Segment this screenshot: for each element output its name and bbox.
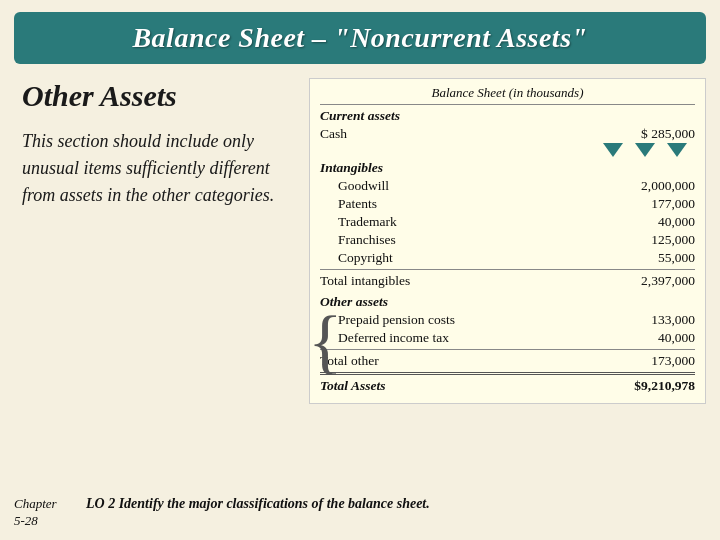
bs-trademark-row: Trademark 40,000 [320,213,695,231]
bs-deferred-row: Deferred income tax 40,000 [320,329,695,347]
arrow-down-2 [635,143,655,157]
bs-goodwill-amount: 2,000,000 [615,178,695,194]
bs-cash-row: Cash $ 285,000 [320,125,695,143]
bs-other-assets-title: Other assets [320,294,695,310]
arrow-down-1 [603,143,623,157]
bs-deferred-amount: 40,000 [615,330,695,346]
bs-franchises-amount: 125,000 [615,232,695,248]
page-title: Balance Sheet – "Noncurrent Assets" [32,22,688,54]
bs-divider-top [320,104,695,105]
left-column: Other Assets This section should include… [14,78,299,404]
bs-trademark-label: Trademark [320,214,615,230]
balance-sheet-table: Balance Sheet (in thousands) Current ass… [309,78,706,404]
bs-total-other-label: Total other [320,353,615,369]
other-assets-heading: Other Assets [22,78,291,114]
bs-divider-intangibles [320,269,695,270]
lo-text: LO 2 Identify the major classifications … [86,496,430,512]
bs-copyright-label: Copyright [320,250,615,266]
arrow-down-3 [667,143,687,157]
bs-trademark-amount: 40,000 [615,214,695,230]
bs-total-assets-amount: $9,210,978 [615,378,695,394]
intangibles-section: Intangibles Goodwill 2,000,000 Patents 1… [320,160,695,290]
bs-total-other-amount: 173,000 [615,353,695,369]
bs-divider-total [320,372,695,375]
bs-intangibles-title: Intangibles [320,160,695,176]
footer: Chapter 5-28 LO 2 Identify the major cla… [14,496,706,530]
other-assets-section: Other assets Prepaid pension costs 133,0… [320,294,695,370]
bs-header: Balance Sheet (in thousands) [320,85,695,101]
bs-total-intangibles-label: Total intangibles [320,273,615,289]
bs-deferred-label: Deferred income tax [320,330,615,346]
bs-patents-label: Patents [320,196,615,212]
bs-goodwill-label: Goodwill [320,178,615,194]
bs-patents-row: Patents 177,000 [320,195,695,213]
bs-pension-label: Prepaid pension costs [320,312,615,328]
right-column: Balance Sheet (in thousands) Current ass… [309,78,706,404]
bs-total-assets-label: Total Assets [320,378,615,394]
chapter-label: Chapter 5-28 [14,496,74,530]
bs-goodwill-row: Goodwill 2,000,000 [320,177,695,195]
bs-cash-label: Cash [320,126,615,142]
bs-divider-other [320,349,695,350]
bs-cash-amount: $ 285,000 [615,126,695,142]
bs-copyright-amount: 55,000 [615,250,695,266]
bs-total-intangibles-row: Total intangibles 2,397,000 [320,272,695,290]
description-text: This section should include only unusual… [22,128,291,209]
arrows-row [320,143,695,157]
main-content: Other Assets This section should include… [14,78,706,404]
bs-patents-amount: 177,000 [615,196,695,212]
bs-pension-amount: 133,000 [615,312,695,328]
bs-total-other-row: Total other 173,000 [320,352,695,370]
bs-total-assets-row: Total Assets $9,210,978 [320,377,695,395]
curly-brace: { [308,305,343,377]
bs-franchises-label: Franchises [320,232,615,248]
bs-pension-row: Prepaid pension costs 133,000 [320,311,695,329]
bs-copyright-row: Copyright 55,000 [320,249,695,267]
bs-current-assets-title: Current assets [320,108,695,124]
title-banner: Balance Sheet – "Noncurrent Assets" [14,12,706,64]
bs-total-intangibles-amount: 2,397,000 [615,273,695,289]
bs-franchises-row: Franchises 125,000 [320,231,695,249]
